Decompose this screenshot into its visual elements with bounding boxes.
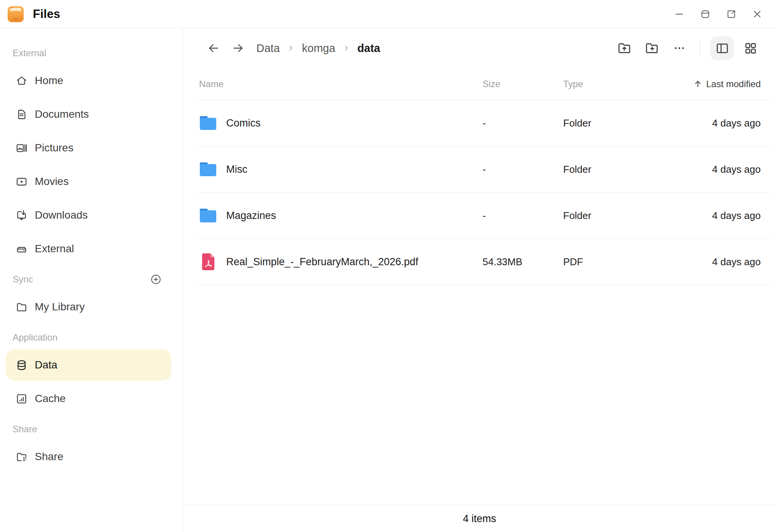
file-modified: 4 days ago [712, 210, 772, 222]
more-options-button[interactable] [672, 41, 687, 56]
files-window: Files External [0, 0, 776, 532]
home-icon [15, 75, 28, 87]
file-name: Real_Simple_-_FebruaryMarch,_2026.pdf [226, 256, 418, 268]
sidebar-item-pictures[interactable]: Pictures [6, 132, 171, 164]
folder-plus-icon [645, 41, 659, 55]
close-button[interactable] [752, 8, 763, 20]
pdf-file-icon [199, 253, 217, 271]
folder-user-icon [15, 451, 28, 463]
drive-icon [15, 243, 28, 255]
statusbar: 4 items [183, 505, 776, 532]
open-new-window-button[interactable] [726, 8, 737, 20]
file-size: - [483, 210, 563, 222]
sidebar-item-label: Share [35, 451, 63, 463]
file-type: Folder [563, 117, 680, 129]
column-header-size[interactable]: Size [483, 79, 563, 89]
app-identity: Files [8, 6, 60, 22]
grid-view-toggle[interactable] [739, 36, 762, 60]
column-header-modified[interactable]: Last modified [693, 79, 772, 89]
file-name: Misc [226, 164, 248, 175]
ellipsis-icon [672, 41, 686, 55]
forward-button[interactable] [231, 41, 245, 55]
table-row-magazines[interactable]: Magazines - Folder 4 days ago [197, 193, 772, 239]
sidebar-item-cache[interactable]: Cache [6, 383, 171, 414]
file-modified: 4 days ago [712, 117, 772, 129]
new-folder-button[interactable] [644, 41, 659, 56]
sidebar-item-home[interactable]: Home [6, 65, 171, 96]
file-name: Comics [226, 117, 261, 129]
back-button[interactable] [207, 41, 220, 55]
column-header-type[interactable]: Type [563, 79, 680, 89]
window-controls [674, 8, 763, 20]
sort-arrow-up-icon [693, 79, 703, 89]
sidebar-section-share: Share [13, 421, 162, 437]
movies-icon [15, 175, 28, 188]
sidebar-item-downloads[interactable]: Downloads [6, 200, 171, 231]
sidebar-item-label: External [35, 243, 74, 255]
file-modified: 4 days ago [712, 164, 772, 175]
section-label: Application [13, 332, 57, 343]
sidebar-item-share[interactable]: Share [6, 441, 171, 472]
sidebar-item-movies[interactable]: Movies [6, 166, 171, 197]
column-header-name[interactable]: Name [197, 79, 483, 89]
sidebar-item-label: Pictures [35, 142, 73, 154]
item-count: 4 items [463, 513, 496, 525]
sidebar-item-external-drive[interactable]: External [6, 233, 171, 264]
section-label: Sync [13, 274, 33, 285]
downloads-icon [15, 209, 28, 221]
blue-folder-icon [199, 114, 217, 132]
sidebar-item-my-library[interactable]: My Library [6, 291, 171, 323]
sidebar-item-label: Data [35, 359, 57, 371]
section-label: Share [13, 424, 37, 435]
file-type: Folder [563, 164, 680, 175]
file-size: - [483, 117, 563, 129]
sidebar-item-label: Home [35, 75, 63, 87]
sidebar-item-label: My Library [35, 301, 85, 313]
panel-view-icon [716, 42, 729, 55]
chevron-right-icon [341, 43, 351, 53]
folder-up-icon [617, 41, 632, 55]
list-view-toggle[interactable] [710, 36, 734, 60]
file-size: - [483, 164, 563, 175]
sidebar-section-sync: Sync [13, 271, 162, 287]
titlebar: Files [0, 0, 776, 28]
breadcrumb-item-komga[interactable]: komga [302, 42, 335, 55]
sidebar-section-application: Application [13, 329, 162, 345]
move-to-folder-button[interactable] [617, 41, 632, 56]
sidebar-item-label: Documents [35, 108, 89, 120]
table-header: Name Size Type Last modified [197, 68, 772, 100]
add-sync-button[interactable] [150, 274, 162, 285]
folder-icon [15, 301, 28, 313]
pictures-icon [15, 142, 28, 154]
breadcrumb-item-data[interactable]: Data [256, 42, 280, 55]
maximize-button[interactable] [700, 8, 711, 20]
file-table: Name Size Type Last modified Comics [197, 68, 772, 285]
file-name: Magazines [226, 210, 276, 222]
window-content: External Home Documents Pictures [0, 28, 776, 532]
sidebar-item-label: Downloads [35, 209, 88, 221]
document-icon [15, 108, 28, 120]
breadcrumb-item-current[interactable]: data [357, 42, 380, 55]
sidebar-item-label: Movies [35, 175, 69, 188]
chevron-right-icon [286, 43, 296, 53]
app-title: Files [33, 7, 60, 21]
file-type: PDF [563, 256, 680, 268]
table-row-comics[interactable]: Comics - Folder 4 days ago [197, 100, 772, 146]
section-label: External [13, 48, 46, 58]
file-size: 54.33MB [483, 256, 563, 268]
sidebar-item-documents[interactable]: Documents [6, 99, 171, 130]
sidebar: External Home Documents Pictures [0, 28, 183, 532]
table-row-misc[interactable]: Misc - Folder 4 days ago [197, 146, 772, 193]
blue-folder-icon [199, 160, 217, 178]
toolbar-divider [700, 39, 700, 57]
sidebar-section-external: External [13, 45, 162, 61]
blue-folder-icon [199, 206, 217, 225]
sidebar-item-data[interactable]: Data [6, 349, 171, 381]
main-panel: Data komga data [183, 28, 776, 532]
minimize-button[interactable] [674, 8, 685, 20]
files-app-icon [8, 6, 24, 22]
breadcrumb: Data komga data [256, 42, 380, 55]
toolbar: Data komga data [183, 28, 776, 68]
database-icon [15, 359, 28, 371]
table-row-pdf[interactable]: Real_Simple_-_FebruaryMarch,_2026.pdf 54… [197, 239, 772, 285]
